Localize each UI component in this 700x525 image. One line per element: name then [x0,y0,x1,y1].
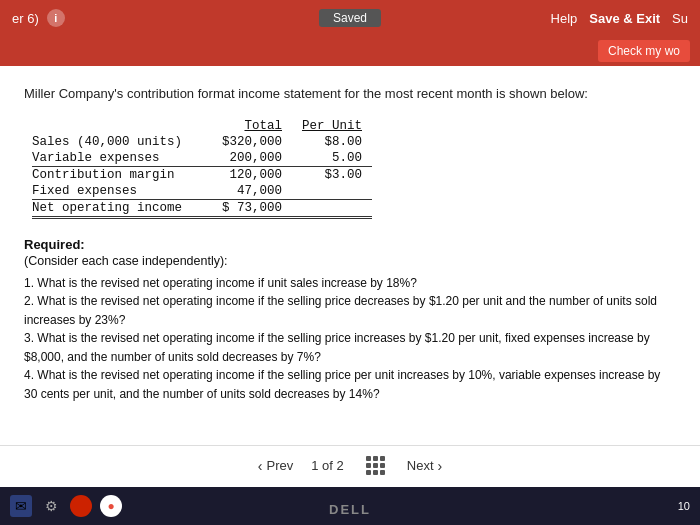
top-bar-left: er 6) i [12,9,65,27]
grid-menu-icon[interactable] [366,456,385,475]
row-total-variable: 200,000 [202,150,292,167]
question-1: 1. What is the revised net operating inc… [24,274,676,293]
grid-cell [380,456,385,461]
grid-cell [380,463,385,468]
table-row: Sales (40,000 units) $320,000 $8.00 [32,134,372,150]
row-unit-variable: 5.00 [292,150,372,167]
top-bar-right: Help Save & Exit Su [551,11,688,26]
chrome-icon[interactable]: ● [100,495,122,517]
grid-cell [366,456,371,461]
col-header-unit: Per Unit [292,118,372,134]
grid-cell [373,470,378,475]
question-4: 4. What is the revised net operating inc… [24,366,676,403]
table-row: Variable expenses 200,000 5.00 [32,150,372,167]
row-label-variable: Variable expenses [32,150,202,167]
page-total: 2 [337,458,344,473]
row-label-fixed: Fixed expenses [32,183,202,200]
row-unit-net [292,199,372,217]
row-label-sales: Sales (40,000 units) [32,134,202,150]
row-total-sales: $320,000 [202,134,292,150]
table-header-row: Total Per Unit [32,118,372,134]
grid-cell [373,456,378,461]
check-bar: Check my wo [0,36,700,66]
question-2: 2. What is the revised net operating inc… [24,292,676,329]
top-bar: er 6) i Saved Help Save & Exit Su [0,0,700,36]
row-unit-contribution: $3.00 [292,166,372,183]
system-time: 10 [678,500,690,512]
next-label: Next [407,458,434,473]
sys-bar-right: 10 [678,500,690,512]
row-total-fixed: 47,000 [202,183,292,200]
grid-cell [366,463,371,468]
dell-logo: DELL [329,502,371,517]
help-link[interactable]: Help [551,11,578,26]
row-unit-sales: $8.00 [292,134,372,150]
page-info: 1 of 2 [311,458,344,473]
row-label-net: Net operating income [32,199,202,217]
row-label-contribution: Contribution margin [32,166,202,183]
info-icon[interactable]: i [47,9,65,27]
saved-badge: Saved [319,9,381,27]
questions-list: 1. What is the revised net operating inc… [24,274,676,404]
save-exit-button[interactable]: Save & Exit [589,11,660,26]
required-section: Required: (Consider each case independen… [24,237,676,404]
system-bar: ✉ ⚙ ● DELL 10 [0,487,700,525]
row-total-net: $ 73,000 [202,199,292,217]
table-row: Net operating income $ 73,000 [32,199,372,217]
page-separator: of [322,458,336,473]
next-button[interactable]: Next › [407,458,442,474]
page-current: 1 [311,458,318,473]
next-arrow-icon: › [438,458,443,474]
submit-link[interactable]: Su [672,11,688,26]
grid-cell [366,470,371,475]
bottom-nav: ‹ Prev 1 of 2 Next › [0,445,700,485]
check-my-work-button[interactable]: Check my wo [598,40,690,62]
row-unit-fixed [292,183,372,200]
row-total-contribution: 120,000 [202,166,292,183]
gear-icon[interactable]: ⚙ [40,495,62,517]
question-3: 3. What is the revised net operating inc… [24,329,676,366]
table-row: Contribution margin 120,000 $3.00 [32,166,372,183]
col-header-total: Total [202,118,292,134]
consider-text: (Consider each case independently): [24,254,676,268]
prev-arrow-icon: ‹ [258,458,263,474]
income-table: Total Per Unit Sales (40,000 units) $320… [32,118,372,219]
prev-label: Prev [266,458,293,473]
required-title: Required: [24,237,676,252]
mail-icon[interactable]: ✉ [10,495,32,517]
main-content: Miller Company's contribution format inc… [0,66,700,496]
grid-cell [373,463,378,468]
table-row: Fixed expenses 47,000 [32,183,372,200]
prev-button[interactable]: ‹ Prev [258,458,293,474]
grid-cell [380,470,385,475]
intro-text: Miller Company's contribution format inc… [24,84,676,104]
app-icon-red[interactable] [70,495,92,517]
chapter-title: er 6) [12,11,39,26]
